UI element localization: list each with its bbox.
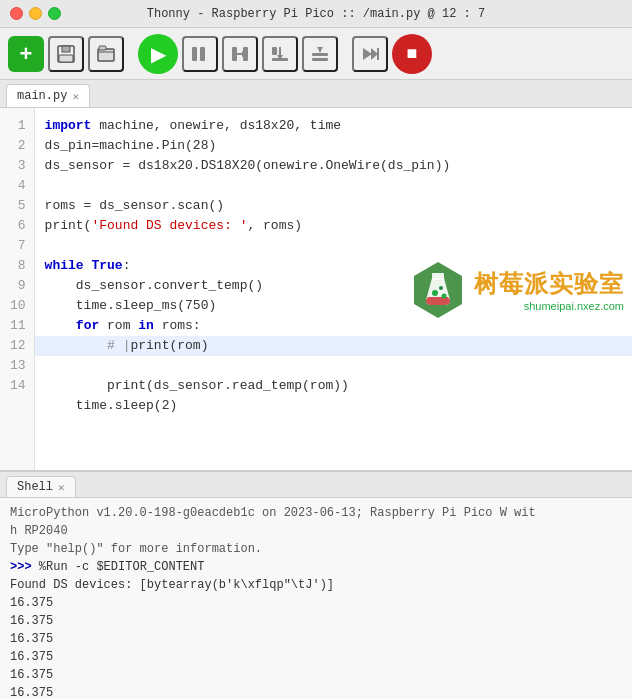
open-button[interactable] [88, 36, 124, 72]
new-button[interactable]: + [8, 36, 44, 72]
svg-rect-11 [272, 47, 277, 55]
maximize-button[interactable] [48, 7, 61, 20]
svg-marker-18 [317, 47, 323, 52]
editor-area: main.py ✕ 1 2 3 4 5 6 7 8 9 10 11 12 13 … [0, 80, 632, 470]
skip-button[interactable] [352, 36, 388, 72]
shell-line-10: 16.375 [10, 666, 622, 684]
stop-button[interactable]: ■ [392, 34, 432, 74]
save-icon [55, 43, 77, 65]
shell-line-3: Type "help()" for more information. [10, 540, 622, 558]
shell-command: %Run -c $EDITOR_CONTENT [39, 560, 205, 574]
editor-tab-bar: main.py ✕ [0, 80, 632, 108]
svg-rect-16 [312, 58, 328, 61]
resume-button[interactable] [182, 36, 218, 72]
step-into-icon [269, 43, 291, 65]
step-over-button[interactable] [222, 36, 258, 72]
svg-rect-1 [62, 46, 70, 52]
shell-tab-bar: Shell ✕ [0, 472, 632, 498]
svg-marker-19 [363, 48, 372, 60]
shell-tab[interactable]: Shell ✕ [6, 476, 76, 497]
step-over-icon [229, 43, 251, 65]
shell-prompt: >>> [10, 560, 39, 574]
window-title: Thonny - Raspberry Pi Pico :: /main.py @… [147, 7, 485, 21]
shell-line-7: 16.375 [10, 612, 622, 630]
shell-line-11: 16.375 [10, 684, 622, 699]
shell-close-icon[interactable]: ✕ [58, 481, 65, 494]
step-out-icon [309, 43, 331, 65]
traffic-lights [10, 7, 61, 20]
svg-rect-5 [192, 47, 197, 61]
shell-line-6: 16.375 [10, 594, 622, 612]
svg-rect-4 [99, 46, 106, 50]
shell-line-9: 16.375 [10, 648, 622, 666]
minimize-button[interactable] [29, 7, 42, 20]
shell-tab-label: Shell [17, 480, 53, 494]
toolbar: + ▶ [0, 28, 632, 80]
run-button[interactable]: ▶ [138, 34, 178, 74]
shell-area: Shell ✕ MicroPython v1.20.0-198-g0eacdeb… [0, 470, 632, 699]
svg-rect-15 [312, 53, 328, 56]
shell-content[interactable]: MicroPython v1.20.0-198-g0eacdeb1c on 20… [0, 498, 632, 699]
editor-tab-main[interactable]: main.py ✕ [6, 84, 90, 107]
step-into-button[interactable] [262, 36, 298, 72]
step-out-button[interactable] [302, 36, 338, 72]
line-numbers: 1 2 3 4 5 6 7 8 9 10 11 12 13 14 [0, 108, 35, 470]
svg-rect-21 [377, 48, 379, 60]
tab-label: main.py [17, 89, 67, 103]
code-editor[interactable]: import machine, onewire, ds18x20, time d… [35, 108, 632, 470]
shell-line-4: >>> %Run -c $EDITOR_CONTENT [10, 558, 622, 576]
open-icon [95, 43, 117, 65]
shell-line-2: h RP2040 [10, 522, 622, 540]
svg-rect-3 [98, 49, 114, 61]
svg-rect-6 [200, 47, 205, 61]
tab-close-icon[interactable]: ✕ [72, 90, 79, 103]
close-button[interactable] [10, 7, 23, 20]
shell-line-8: 16.375 [10, 630, 622, 648]
resume-icon [189, 43, 211, 65]
save-button[interactable] [48, 36, 84, 72]
svg-rect-2 [59, 55, 73, 62]
shell-line-5: Found DS devices: [bytearray(b'k\xflqp"\… [10, 576, 622, 594]
skip-icon [359, 43, 381, 65]
shell-line-1: MicroPython v1.20.0-198-g0eacdeb1c on 20… [10, 504, 622, 522]
code-content: 1 2 3 4 5 6 7 8 9 10 11 12 13 14 import … [0, 108, 632, 470]
title-bar: Thonny - Raspberry Pi Pico :: /main.py @… [0, 0, 632, 28]
svg-marker-20 [371, 48, 378, 60]
